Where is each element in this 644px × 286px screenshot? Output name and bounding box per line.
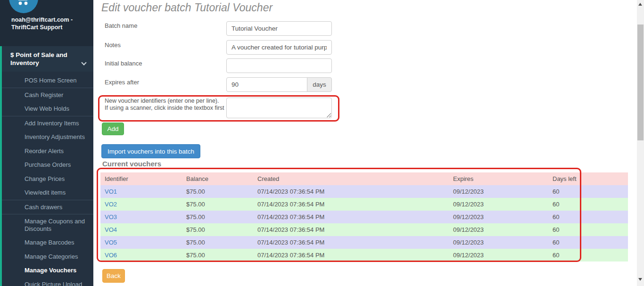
back-button[interactable]: Back <box>102 269 125 283</box>
user-panel[interactable]: noah@thriftcart.com - ThriftCart Support <box>0 0 93 46</box>
cell-balance: $75.00 <box>182 236 253 249</box>
cell-created: 07/14/2023 07:36:54 PM <box>253 236 449 249</box>
sidebar-item-cash-register[interactable]: Cash Register <box>2 88 93 102</box>
cell-days-left: 60 <box>548 223 628 236</box>
cell-identifier: VO1 <box>100 185 182 198</box>
import-vouchers-button[interactable]: Import vouchers into this batch <box>101 144 200 158</box>
sidebar-menu: POS Home ScreenCash RegisterView Web Hol… <box>0 72 93 286</box>
scrollbar-thumb[interactable] <box>637 25 644 140</box>
cell-balance: $75.00 <box>182 211 253 223</box>
voucher-link[interactable]: VO6 <box>105 252 117 259</box>
sidebar-item-quick-picture-upload[interactable]: Quick Picture Upload <box>2 278 93 286</box>
sidebar-item-manage-coupons-and-discounts[interactable]: Manage Coupons and Discounts <box>2 214 93 236</box>
voucher-link[interactable]: VO2 <box>105 201 117 208</box>
cell-created: 07/14/2023 07:36:54 PM <box>253 198 449 211</box>
table-row: VO2$75.0007/14/2023 07:36:54 PM09/12/202… <box>100 198 628 211</box>
vouchers-table: IdentifierBalanceCreatedExpiresDays left… <box>100 172 628 261</box>
cell-created: 07/14/2023 07:36:54 PM <box>253 211 449 223</box>
main-content: Edit voucher batch Tutorial Voucher Batc… <box>93 0 637 286</box>
voucher-link[interactable]: VO4 <box>105 226 117 233</box>
column-header-balance: Balance <box>182 172 253 185</box>
column-header-created: Created <box>253 172 449 185</box>
table-row: VO5$75.0007/14/2023 07:36:54 PM09/12/202… <box>100 236 628 249</box>
sidebar-item-change-prices[interactable]: Change Prices <box>2 172 93 186</box>
table-row: VO4$75.0007/14/2023 07:36:54 PM09/12/202… <box>100 223 628 236</box>
cell-identifier: VO5 <box>100 236 182 249</box>
expires-after-label: Expires after <box>105 79 139 86</box>
column-header-identifier: Identifier <box>100 172 182 185</box>
app-window: noah@thriftcart.com - ThriftCart Support… <box>0 0 644 286</box>
sidebar-item-purchase-orders[interactable]: Purchase Orders <box>2 158 93 172</box>
cell-created: 07/14/2023 07:36:54 PM <box>253 223 449 236</box>
sidebar-item-view-web-holds[interactable]: View Web Holds <box>2 102 93 116</box>
voucher-link[interactable]: VO5 <box>105 239 117 246</box>
cell-expires: 09/12/2023 <box>449 211 548 223</box>
table-row: VO1$75.0007/14/2023 07:36:54 PM09/12/202… <box>100 185 628 198</box>
sidebar-section-pos-inventory[interactable]: $ Point of Sale and Inventory <box>0 46 93 72</box>
initial-balance-input[interactable] <box>226 58 332 73</box>
current-vouchers-heading: Current vouchers <box>102 160 161 168</box>
cell-expires: 09/12/2023 <box>449 223 548 236</box>
table-row: VO6$75.0007/14/2023 07:36:54 PM09/12/202… <box>100 249 628 261</box>
sidebar-item-manage-barcodes[interactable]: Manage Barcodes <box>2 236 93 250</box>
cell-balance: $75.00 <box>182 249 253 261</box>
cell-identifier: VO2 <box>100 198 182 211</box>
sidebar-item-manage-categories[interactable]: Manage Categories <box>2 250 93 264</box>
cell-balance: $75.00 <box>182 198 253 211</box>
new-identifiers-label-line2: If using a scanner, click inside the tex… <box>105 105 224 112</box>
table-header-row: IdentifierBalanceCreatedExpiresDays left <box>100 172 628 185</box>
cell-balance: $75.00 <box>182 223 253 236</box>
table-row: VO3$75.0007/14/2023 07:36:54 PM09/12/202… <box>100 211 628 223</box>
sidebar-item-view-edit-items[interactable]: View/edit items <box>2 186 93 200</box>
section-label: $ Point of Sale and Inventory <box>10 51 67 66</box>
days-addon: days <box>307 77 332 92</box>
cell-days-left: 60 <box>548 198 628 211</box>
new-identifiers-textarea[interactable] <box>226 98 332 118</box>
column-header-days-left: Days left <box>548 172 628 185</box>
user-email-line1: noah@thriftcart.com - <box>11 16 73 24</box>
sidebar-item-pos-home-screen[interactable]: POS Home Screen <box>2 74 93 88</box>
sidebar-item-reorder-alerts[interactable]: Reorder Alerts <box>2 144 93 158</box>
chevron-down-icon <box>81 60 86 65</box>
sidebar-item-add-inventory-items[interactable]: Add Inventory Items <box>2 116 93 131</box>
cell-identifier: VO3 <box>100 211 182 223</box>
cell-identifier: VO6 <box>100 249 182 261</box>
cell-days-left: 60 <box>548 185 628 198</box>
user-email-line2: ThriftCart Support <box>11 24 73 32</box>
notes-input[interactable] <box>226 40 332 55</box>
batch-name-label: Batch name <box>105 22 137 29</box>
initial-balance-label: Initial balance <box>105 60 142 67</box>
scroll-down-icon[interactable] <box>638 278 642 281</box>
cell-days-left: 60 <box>548 236 628 249</box>
cell-created: 07/14/2023 07:36:54 PM <box>253 185 449 198</box>
sidebar-item-cash-drawers[interactable]: Cash drawers <box>2 200 93 214</box>
cell-expires: 09/12/2023 <box>449 185 548 198</box>
sidebar-item-manage-vouchers[interactable]: Manage Vouchers <box>2 263 93 278</box>
thriftcart-logo <box>9 0 38 13</box>
sidebar-item-inventory-adjustments[interactable]: Inventory Adjustments <box>2 130 93 144</box>
cell-balance: $75.00 <box>182 185 253 198</box>
column-header-expires: Expires <box>449 172 548 185</box>
voucher-link[interactable]: VO3 <box>105 213 117 221</box>
cell-identifier: VO4 <box>100 223 182 236</box>
page-title: Edit voucher batch Tutorial Voucher <box>101 1 272 14</box>
cell-created: 07/14/2023 07:36:54 PM <box>253 249 449 261</box>
notes-label: Notes <box>105 41 121 49</box>
cell-days-left: 60 <box>548 211 628 223</box>
new-identifiers-label-line1: New voucher identifiers (enter one per l… <box>105 98 219 105</box>
cell-expires: 09/12/2023 <box>449 249 548 261</box>
user-account-label: noah@thriftcart.com - ThriftCart Support <box>11 16 73 31</box>
batch-name-input[interactable] <box>226 21 332 36</box>
cell-expires: 09/12/2023 <box>449 198 548 211</box>
vertical-scrollbar[interactable] <box>637 0 644 286</box>
add-button[interactable]: Add <box>102 123 124 135</box>
cell-expires: 09/12/2023 <box>449 236 548 249</box>
cell-days-left: 60 <box>548 249 628 261</box>
expires-after-input[interactable] <box>226 77 307 92</box>
sidebar: noah@thriftcart.com - ThriftCart Support… <box>0 0 93 286</box>
voucher-link[interactable]: VO1 <box>105 188 117 195</box>
scroll-up-icon[interactable] <box>638 3 642 6</box>
